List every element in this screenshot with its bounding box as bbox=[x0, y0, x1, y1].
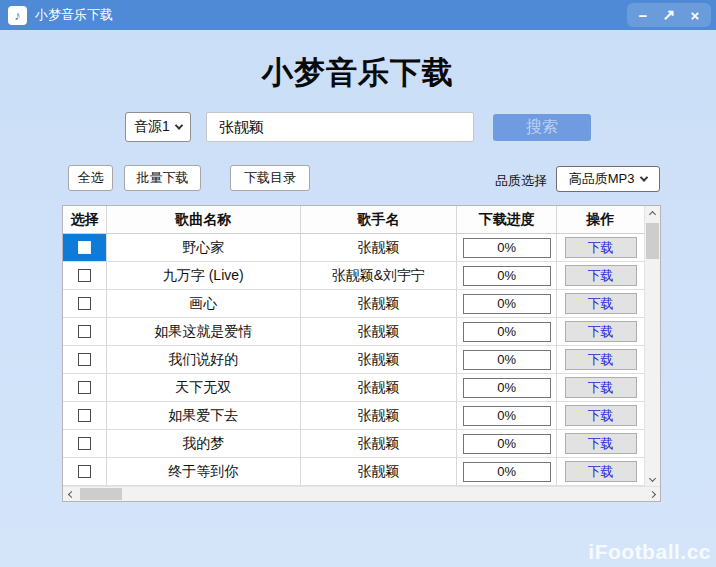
song-grid: 选择 歌曲名称 歌手名 下载进度 操作 野心家张靓颖0%下载九万字 (Live)… bbox=[63, 206, 644, 486]
download-button[interactable]: 下载 bbox=[565, 293, 637, 314]
horizontal-scrollbar[interactable] bbox=[63, 486, 660, 501]
song-name: 如果这就是爱情 bbox=[107, 318, 301, 346]
scroll-right-button[interactable] bbox=[644, 487, 660, 501]
scroll-up-button[interactable] bbox=[645, 206, 660, 222]
download-button[interactable]: 下载 bbox=[565, 237, 637, 258]
table-row: 画心张靓颖0%下载 bbox=[63, 290, 644, 318]
download-button[interactable]: 下载 bbox=[565, 433, 637, 454]
action-cell: 下载 bbox=[557, 234, 644, 262]
progress-cell: 0% bbox=[457, 402, 557, 430]
artist-name: 张靓颖 bbox=[301, 318, 458, 346]
artist-name: 张靓颖 bbox=[301, 290, 458, 318]
maximize-button[interactable]: ↗ bbox=[656, 5, 682, 25]
artist-name: 张靓颖 bbox=[301, 430, 458, 458]
select-cell bbox=[63, 318, 107, 346]
row-checkbox[interactable] bbox=[78, 269, 91, 282]
artist-name: 张靓颖 bbox=[301, 374, 458, 402]
window-controls: − ↗ × bbox=[627, 3, 711, 27]
download-directory-label: 下载目录 bbox=[244, 169, 296, 187]
action-cell: 下载 bbox=[557, 290, 644, 318]
download-button[interactable]: 下载 bbox=[565, 321, 637, 342]
progress-box: 0% bbox=[463, 294, 551, 314]
quality-select-value: 高品质MP3 bbox=[569, 170, 635, 188]
vertical-scrollbar-thumb[interactable] bbox=[646, 223, 659, 259]
row-checkbox[interactable] bbox=[78, 437, 91, 450]
row-checkbox[interactable] bbox=[78, 409, 91, 422]
action-cell: 下载 bbox=[557, 374, 644, 402]
column-header-song: 歌曲名称 bbox=[107, 206, 301, 234]
download-button[interactable]: 下载 bbox=[565, 461, 637, 482]
chevron-up-icon bbox=[649, 210, 656, 217]
artist-name: 张靓颖 bbox=[301, 234, 458, 262]
table-row: 如果爱下去张靓颖0%下载 bbox=[63, 402, 644, 430]
table-row: 如果这就是爱情张靓颖0%下载 bbox=[63, 318, 644, 346]
search-input[interactable] bbox=[206, 112, 474, 142]
quality-select[interactable]: 高品质MP3 bbox=[556, 166, 660, 192]
table-row: 终于等到你张靓颖0%下载 bbox=[63, 458, 644, 486]
progress-box: 0% bbox=[463, 350, 551, 370]
table-row: 天下无双张靓颖0%下载 bbox=[63, 374, 644, 402]
app-icon: ♪ bbox=[8, 6, 27, 25]
artist-name: 张靓颖 bbox=[301, 402, 458, 430]
scroll-down-button[interactable] bbox=[645, 470, 660, 486]
column-header-action: 操作 bbox=[557, 206, 644, 234]
select-cell bbox=[63, 234, 107, 262]
close-button[interactable]: × bbox=[682, 5, 708, 25]
table-header-row: 选择 歌曲名称 歌手名 下载进度 操作 bbox=[63, 206, 644, 234]
page-title: 小梦音乐下载 bbox=[0, 52, 716, 94]
table-row: 我们说好的张靓颖0%下载 bbox=[63, 346, 644, 374]
horizontal-scrollbar-thumb[interactable] bbox=[80, 488, 122, 500]
download-button[interactable]: 下载 bbox=[565, 377, 637, 398]
vertical-scrollbar[interactable] bbox=[644, 206, 660, 486]
action-cell: 下载 bbox=[557, 346, 644, 374]
select-cell bbox=[63, 262, 107, 290]
download-directory-button[interactable]: 下载目录 bbox=[230, 165, 310, 191]
select-all-button[interactable]: 全选 bbox=[68, 165, 113, 191]
artist-name: 张靓颖&刘宇宁 bbox=[301, 262, 458, 290]
song-name: 画心 bbox=[107, 290, 301, 318]
maximize-icon: ↗ bbox=[663, 6, 676, 24]
batch-download-label: 批量下载 bbox=[137, 169, 189, 187]
song-name: 野心家 bbox=[107, 234, 301, 262]
column-header-select: 选择 bbox=[63, 206, 107, 234]
song-name: 终于等到你 bbox=[107, 458, 301, 486]
window-title: 小梦音乐下载 bbox=[35, 6, 113, 24]
table-body: 野心家张靓颖0%下载九万字 (Live)张靓颖&刘宇宁0%下载画心张靓颖0%下载… bbox=[63, 234, 644, 486]
row-checkbox[interactable] bbox=[78, 465, 91, 478]
progress-box: 0% bbox=[463, 462, 551, 482]
action-cell: 下载 bbox=[557, 458, 644, 486]
select-cell bbox=[63, 402, 107, 430]
search-button-label: 搜索 bbox=[526, 117, 558, 138]
select-cell bbox=[63, 430, 107, 458]
song-name: 如果爱下去 bbox=[107, 402, 301, 430]
table-row: 九万字 (Live)张靓颖&刘宇宁0%下载 bbox=[63, 262, 644, 290]
song-name: 我的梦 bbox=[107, 430, 301, 458]
watermark: iFootball.cc bbox=[588, 540, 711, 564]
select-cell bbox=[63, 458, 107, 486]
search-button[interactable]: 搜索 bbox=[493, 114, 591, 141]
select-all-label: 全选 bbox=[78, 169, 104, 187]
source-select[interactable]: 音源1 bbox=[125, 112, 191, 142]
scroll-left-button[interactable] bbox=[63, 487, 79, 501]
batch-download-button[interactable]: 批量下载 bbox=[124, 165, 201, 191]
action-cell: 下载 bbox=[557, 262, 644, 290]
row-checkbox[interactable] bbox=[78, 241, 91, 254]
download-button[interactable]: 下载 bbox=[565, 349, 637, 370]
titlebar: ♪ 小梦音乐下载 − ↗ × bbox=[0, 0, 716, 30]
select-cell bbox=[63, 290, 107, 318]
row-checkbox[interactable] bbox=[78, 297, 91, 310]
progress-cell: 0% bbox=[457, 458, 557, 486]
minimize-button[interactable]: − bbox=[630, 5, 656, 25]
table-row: 野心家张靓颖0%下载 bbox=[63, 234, 644, 262]
row-checkbox[interactable] bbox=[78, 381, 91, 394]
action-cell: 下载 bbox=[557, 402, 644, 430]
chevron-down-icon bbox=[649, 474, 656, 481]
row-checkbox[interactable] bbox=[78, 325, 91, 338]
download-button[interactable]: 下载 bbox=[565, 265, 637, 286]
row-checkbox[interactable] bbox=[78, 353, 91, 366]
download-button[interactable]: 下载 bbox=[565, 405, 637, 426]
chevron-right-icon bbox=[648, 490, 655, 497]
table-row: 我的梦张靓颖0%下载 bbox=[63, 430, 644, 458]
song-name: 我们说好的 bbox=[107, 346, 301, 374]
song-name: 九万字 (Live) bbox=[107, 262, 301, 290]
